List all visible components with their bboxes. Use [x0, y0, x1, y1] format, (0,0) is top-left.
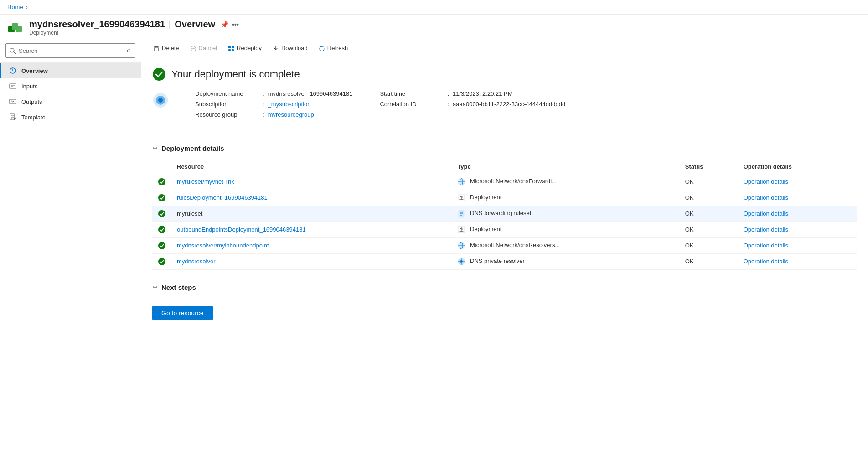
resource-cell: outboundEndpointsDeployment_169904639418… — [171, 221, 452, 237]
deployment-icon — [152, 92, 169, 108]
success-icon — [152, 67, 166, 81]
resource-cell: myruleset/myvnet-link — [171, 174, 452, 190]
resource-link[interactable]: outboundEndpointsDeployment_169904639418… — [177, 226, 306, 233]
redeploy-button[interactable]: Redeploy — [223, 42, 266, 54]
type-icon — [457, 242, 465, 248]
table-row: myruleset/myvnet-link Microsoft.Network/… — [152, 174, 857, 190]
svg-point-26 — [153, 68, 165, 81]
status-cell: OK — [680, 206, 738, 221]
deployment-info: Deployment name : mydnsresolver_16990463… — [195, 90, 565, 118]
go-to-resource-button[interactable]: Go to resource — [152, 306, 213, 320]
svg-point-29 — [158, 98, 163, 103]
status-check-cell — [152, 237, 171, 253]
page-header: mydnsresolver_1699046394181 | Overview 📌… — [0, 15, 868, 39]
more-options-icon[interactable]: ••• — [232, 21, 239, 28]
sidebar-item-label: Outputs — [21, 98, 42, 105]
operation-details-link[interactable]: Operation details — [744, 210, 788, 217]
deployment-details-section-header[interactable]: Deployment details — [152, 144, 857, 152]
type-cell: Microsoft.Network/dnsForwardi... — [452, 174, 679, 190]
sidebar-item-template[interactable]: Template — [0, 109, 141, 125]
deployment-table: Resource Type Status Operation details m… — [152, 160, 857, 270]
operation-details-cell: Operation details — [738, 174, 857, 190]
type-cell: Microsoft.Network/dnsResolvers... — [452, 237, 679, 253]
operation-details-link[interactable]: Operation details — [744, 226, 788, 233]
search-box[interactable]: « — [5, 43, 135, 58]
type-cell: DNS forwarding ruleset — [452, 206, 679, 221]
cancel-icon — [190, 45, 196, 52]
operation-details-link[interactable]: Operation details — [744, 178, 788, 185]
status-cell: OK — [680, 174, 738, 190]
table-row: mydnsresolver DNS private resolver OK Op… — [152, 253, 857, 269]
operation-details-cell: Operation details — [738, 253, 857, 269]
svg-point-38 — [158, 210, 165, 217]
operation-details-link[interactable]: Operation details — [744, 258, 788, 265]
svg-point-53 — [460, 260, 463, 263]
download-icon — [273, 45, 279, 52]
resource-link[interactable]: mydnsresolver/myinboundendpoint — [177, 242, 269, 249]
subscription-link[interactable]: _mysubscription — [268, 101, 311, 108]
redeploy-icon — [228, 45, 234, 52]
download-button[interactable]: Download — [268, 42, 312, 54]
toolbar: Delete Cancel — [141, 39, 868, 58]
status-check-cell — [152, 221, 171, 237]
refresh-button[interactable]: Refresh — [314, 42, 353, 54]
info-col-left: Deployment name : mydnsresolver_16990463… — [195, 90, 352, 118]
next-steps-section-header[interactable]: Next steps — [152, 283, 857, 291]
col-status-header: Status — [680, 160, 738, 174]
operation-details-link[interactable]: Operation details — [744, 194, 788, 201]
resource-link[interactable]: myruleset/myvnet-link — [177, 178, 234, 185]
type-label: Microsoft.Network/dnsForwardi... — [470, 178, 557, 185]
resource-type: Deployment — [29, 30, 239, 36]
pin-icon[interactable]: 📌 — [221, 21, 228, 28]
resource-cell: myruleset — [171, 206, 452, 221]
col-resource-header: Resource — [171, 160, 452, 174]
sidebar-item-overview[interactable]: Overview — [0, 63, 141, 78]
type-icon — [457, 178, 465, 185]
status-cell: OK — [680, 190, 738, 206]
deployment-name-row: Deployment name : mydnsresolver_16990463… — [195, 90, 352, 97]
resource-link[interactable]: mydnsresolver — [177, 258, 216, 265]
sidebar-item-inputs[interactable]: Inputs — [0, 78, 141, 94]
cancel-button[interactable]: Cancel — [186, 42, 222, 54]
type-label: Deployment — [470, 226, 501, 232]
search-input[interactable] — [19, 47, 123, 54]
resource-link[interactable]: rulesDeployment_1699046394181 — [177, 194, 268, 201]
breadcrumb: Home › — [0, 0, 868, 15]
svg-point-34 — [158, 194, 165, 201]
sidebar-search-area: « — [0, 39, 141, 63]
search-icon — [10, 47, 16, 54]
svg-point-43 — [158, 226, 165, 233]
operation-details-cell: Operation details — [738, 206, 857, 221]
status-cell: OK — [680, 221, 738, 237]
collapse-sidebar-button[interactable]: « — [125, 46, 131, 56]
svg-rect-20 — [228, 46, 231, 48]
subscription-row: Subscription : _mysubscription — [195, 101, 352, 108]
next-steps-title: Next steps — [161, 283, 196, 291]
resource-group-link[interactable]: myresourcegroup — [268, 111, 314, 118]
chevron-down-icon-next-steps — [152, 283, 158, 291]
content-area: Delete Cancel — [141, 39, 868, 458]
type-cell: Deployment — [452, 190, 679, 206]
status-cell: OK — [680, 253, 738, 269]
home-link[interactable]: Home — [7, 4, 23, 10]
breadcrumb-separator: › — [26, 4, 28, 10]
operation-details-cell: Operation details — [738, 237, 857, 253]
svg-line-4 — [14, 52, 16, 54]
type-label: DNS private resolver — [470, 257, 525, 264]
svg-point-30 — [158, 178, 165, 185]
sidebar-item-label: Overview — [21, 67, 48, 74]
correlation-id-row: Correlation ID : aaaa0000-bb11-2222-33cc… — [380, 101, 565, 108]
page-name: Overview — [175, 19, 215, 30]
deployment-details-title: Deployment details — [161, 144, 224, 152]
resource-name: mydnsresolver_1699046394181 — [29, 19, 165, 30]
status-cell: OK — [680, 237, 738, 253]
sidebar-item-outputs[interactable]: Outputs — [0, 94, 141, 109]
sidebar-item-label: Inputs — [21, 83, 37, 90]
template-icon — [9, 113, 17, 121]
svg-rect-23 — [232, 49, 234, 51]
operation-details-link[interactable]: Operation details — [744, 242, 788, 249]
col-operation-details-header: Operation details — [738, 160, 857, 174]
svg-marker-16 — [14, 118, 16, 119]
col-status-indicator — [152, 160, 171, 174]
delete-button[interactable]: Delete — [149, 42, 184, 54]
